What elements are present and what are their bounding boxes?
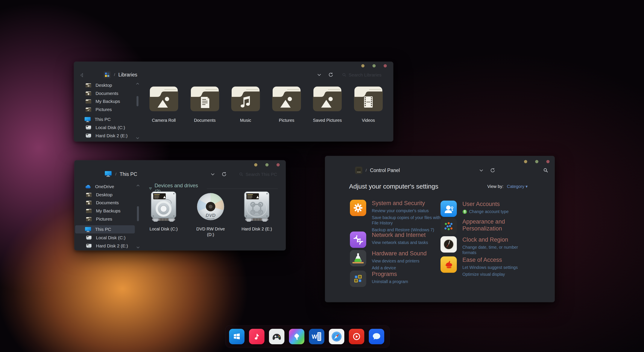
folder-camera-roll[interactable]: Camera Roll (146, 83, 182, 123)
maximize-button[interactable] (535, 160, 538, 163)
folder-saved-pictures[interactable]: Saved Pictures (309, 83, 346, 123)
gear-icon[interactable] (350, 200, 366, 216)
sidebar-item-pictures[interactable]: Pictures (86, 215, 112, 223)
sidebar-item-hard-disk-2[interactable]: Hard Disk 2 (E:) (85, 132, 128, 140)
sidebar-item-documents[interactable]: Documents (85, 90, 118, 97)
category-link[interactable]: View network status and tasks (372, 240, 428, 245)
sidebar-item-documents[interactable]: Documents (86, 199, 119, 207)
scroll-down-button[interactable] (136, 246, 140, 250)
sidebar-label: Pictures (96, 107, 112, 112)
dock-icon-themes[interactable] (289, 329, 304, 344)
view-by-dropdown[interactable]: Category ▾ (507, 184, 528, 189)
scroll-up-button[interactable] (136, 82, 140, 86)
user-icon[interactable] (440, 201, 457, 217)
search-box[interactable]: Search This PC (239, 172, 277, 177)
dvd-icon: DVD (196, 190, 226, 224)
drive-local-disk-c[interactable]: Local Disk (C:) (144, 190, 183, 232)
folder-music[interactable]: Music (227, 83, 264, 123)
dock-icon-safari[interactable] (329, 329, 344, 344)
category-title[interactable]: Ease of Access (462, 256, 518, 263)
dock-icon-start[interactable] (229, 329, 244, 344)
search-box[interactable]: Search Libraries (342, 72, 382, 78)
sidebar-item-hard-disk-2[interactable]: Hard Disk 2 (E:) (86, 242, 128, 250)
sidebar-item-this-pc[interactable]: This PC (84, 116, 111, 123)
back-button[interactable] (80, 72, 84, 79)
minimize-button[interactable] (524, 160, 527, 163)
clock-icon[interactable] (440, 236, 457, 253)
scrollbar-thumb[interactable] (136, 96, 138, 106)
close-button[interactable] (546, 160, 550, 163)
sidebar-item-onedrive[interactable]: OneDrive (84, 183, 114, 190)
breadcrumb[interactable]: / This PC (104, 171, 137, 178)
dock-icon-music[interactable] (249, 329, 264, 344)
maximize-button[interactable] (372, 64, 376, 68)
scroll-down-button[interactable] (136, 136, 140, 140)
address-dropdown-button[interactable] (479, 169, 484, 173)
sidebar-label: Local Disk (C:) (96, 125, 125, 130)
folder-pictures[interactable]: Pictures (268, 83, 305, 123)
category-link[interactable]: Save backup copies of your files with Fi… (372, 215, 440, 226)
category-link[interactable]: Change date, time, or number formats (462, 245, 520, 255)
category-link[interactable]: Let Windows suggest settings (462, 265, 518, 270)
lamp-icon[interactable] (440, 256, 457, 273)
breadcrumb[interactable]: / Control Panel (355, 167, 400, 174)
maximize-button[interactable] (265, 163, 268, 166)
minimize-button[interactable] (361, 64, 364, 68)
refresh-button[interactable] (328, 72, 334, 78)
close-button[interactable] (384, 64, 387, 68)
category-title[interactable]: Clock and Region (462, 236, 520, 243)
refresh-button[interactable] (221, 171, 227, 178)
breadcrumb[interactable]: / Libraries (104, 71, 138, 78)
category-link[interactable]: View devices and printers (372, 258, 426, 264)
windows-logo-icon (232, 332, 242, 341)
sidebar-item-desktop[interactable]: Desktop (85, 81, 112, 89)
folder-videos[interactable]: Videos (350, 83, 386, 123)
category-title[interactable]: Network and Internet (372, 231, 428, 238)
compass-icon (330, 330, 342, 342)
sidebar-item-local-disk-c[interactable]: Local Disk (C:) (85, 124, 125, 131)
apps-icon[interactable] (350, 271, 366, 287)
collapse-section-icon[interactable] (149, 187, 152, 190)
search-button[interactable] (543, 168, 548, 174)
drive-dvd-rw-d[interactable]: DVD DVD RW Drive (D:) (191, 190, 230, 237)
category-link[interactable]: Review your computer's status (372, 208, 440, 213)
flask-icon[interactable] (350, 250, 366, 266)
dock-icon-word[interactable]: W (309, 329, 324, 344)
dna-icon[interactable] (350, 231, 366, 248)
breadcrumb-title: This PC (120, 171, 137, 177)
category-title[interactable]: System and Security (372, 200, 440, 207)
sidebar-item-this-pc[interactable]: This PC (84, 225, 111, 233)
minimize-button[interactable] (254, 163, 258, 166)
dock-icon-videos[interactable] (349, 329, 364, 344)
dots-icon[interactable] (440, 218, 457, 234)
scrollbar-thumb[interactable] (137, 206, 139, 221)
category-clock-and-region: Clock and Region Change date, time, or n… (440, 236, 531, 255)
sidebar-item-desktop[interactable]: Desktop (86, 191, 112, 199)
category-link[interactable]: Optimize visual display (462, 272, 518, 277)
category-title[interactable]: Hardware and Sound (372, 250, 426, 257)
category-link[interactable]: Change account type (462, 209, 508, 214)
svg-text:DVD: DVD (206, 213, 216, 218)
category-title[interactable]: Appearance and Personalization (462, 218, 514, 232)
dock: W (226, 325, 390, 348)
address-dropdown-button[interactable] (317, 73, 322, 78)
folder-documents[interactable]: Documents (186, 83, 223, 123)
category-link[interactable]: Uninstall a program (372, 279, 408, 284)
sidebar-item-local-disk-c[interactable]: Local Disk (C:) (86, 234, 126, 242)
gamepad-icon (272, 331, 282, 342)
folder-music-icon (230, 83, 262, 115)
scroll-up-button[interactable] (136, 184, 140, 188)
control-panel-icon (355, 167, 362, 174)
address-dropdown-button[interactable] (210, 173, 215, 177)
dock-icon-messages[interactable] (369, 329, 384, 344)
close-button[interactable] (276, 163, 280, 166)
category-link[interactable]: Add a device (372, 265, 426, 271)
sidebar-item-pictures[interactable]: Pictures (85, 106, 112, 113)
dock-icon-games[interactable] (269, 329, 284, 344)
category-title[interactable]: Programs (372, 271, 408, 277)
sidebar-item-my-backups[interactable]: My Backups (85, 98, 120, 105)
refresh-button[interactable] (490, 168, 496, 174)
sidebar-item-my-backups[interactable]: My Backups (86, 207, 120, 215)
drive-hard-disk-2-e[interactable]: Hard Disk 2 (E:) (238, 190, 276, 232)
category-title[interactable]: User Accounts (462, 201, 508, 207)
